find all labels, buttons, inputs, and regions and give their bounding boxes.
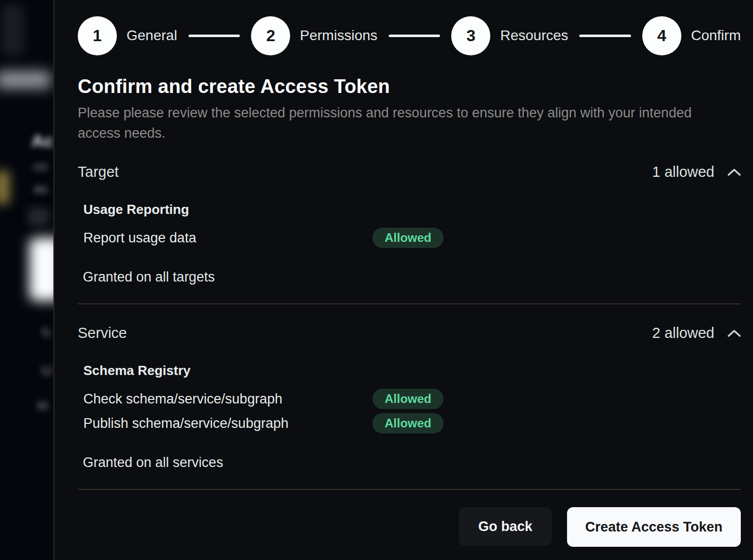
blurred-text-fragment: H (38, 398, 48, 414)
step-label: Confirm (691, 27, 741, 44)
section-header-target: Target 1 allowed (78, 164, 741, 180)
allowed-count: 2 allowed (652, 325, 714, 341)
stepper-connector (579, 35, 631, 37)
status-badge: Allowed (372, 413, 444, 433)
page-title: Confirm and create Access Token (78, 76, 741, 98)
blurred-text-fragment: Ac (32, 131, 53, 151)
status-badge: Allowed (372, 228, 444, 248)
section-collapse-toggle[interactable]: 2 allowed (652, 325, 741, 341)
step-resources[interactable]: 3 Resources (451, 16, 568, 55)
status-badge: Allowed (372, 389, 444, 409)
step-number-badge: 2 (251, 16, 290, 55)
stepper-connector (389, 35, 441, 37)
page-subtitle: Please please review the selected permis… (78, 103, 700, 143)
go-back-button[interactable]: Go back (459, 507, 552, 546)
chevron-up-icon (728, 168, 741, 176)
section-header-service: Service 2 allowed (78, 325, 741, 341)
permission-row: Check schema/service/subgraph Allowed (83, 389, 741, 409)
step-permissions[interactable]: 2 Permissions (251, 16, 377, 55)
blurred-text-fragment: Ti (41, 326, 50, 340)
granted-note: Granted on all targets (83, 269, 741, 285)
blurred-text-fragment: as (34, 181, 47, 197)
permission-group-title: Schema Registry (83, 363, 741, 379)
blurred-logo-tile (1, 4, 24, 56)
permission-row: Publish schema/service/subgraph Allowed (83, 413, 741, 433)
step-label: Permissions (300, 27, 377, 44)
section-name: Service (78, 325, 127, 341)
chevron-up-icon (728, 329, 741, 337)
stepper-connector (189, 35, 240, 37)
blurred-nav-label (0, 71, 51, 88)
permission-label: Publish schema/service/subgraph (83, 416, 372, 431)
footer-divider (78, 489, 741, 490)
blurred-white-card (29, 238, 54, 301)
modal-footer: Go back Create Access Token (78, 507, 741, 547)
blurred-accent-blob (0, 171, 9, 204)
blurred-text-fragment: co (34, 159, 47, 174)
blurred-icon-chip (28, 207, 49, 226)
step-number-badge: 1 (78, 16, 117, 55)
blurred-text-fragment: U (42, 363, 52, 379)
step-general[interactable]: 1 General (78, 16, 177, 55)
wizard-stepper: 1 General 2 Permissions 3 Resources 4 Co… (78, 16, 741, 55)
permission-group-title: Usage Reporting (83, 202, 741, 217)
allowed-count: 1 allowed (652, 164, 714, 180)
step-number-badge: 4 (642, 16, 681, 55)
permission-label: Check schema/service/subgraph (83, 391, 372, 407)
step-label: General (127, 27, 177, 44)
create-access-token-wizard: Ac co as Ti U H 1 General 2 Permissions … (0, 0, 753, 560)
modal-panel: 1 General 2 Permissions 3 Resources 4 Co… (54, 0, 753, 560)
step-label: Resources (500, 27, 568, 44)
section-collapse-toggle[interactable]: 1 allowed (652, 164, 741, 180)
blurred-page-backdrop: Ac co as Ti U H (0, 0, 54, 560)
permission-row: Report usage data Allowed (83, 228, 741, 248)
create-access-token-button[interactable]: Create Access Token (567, 507, 741, 547)
permission-label: Report usage data (83, 230, 372, 246)
step-confirm[interactable]: 4 Confirm (642, 16, 741, 55)
step-number-badge: 3 (451, 16, 490, 55)
section-name: Target (78, 164, 119, 180)
section-divider (78, 303, 741, 304)
granted-note: Granted on all services (83, 455, 741, 471)
